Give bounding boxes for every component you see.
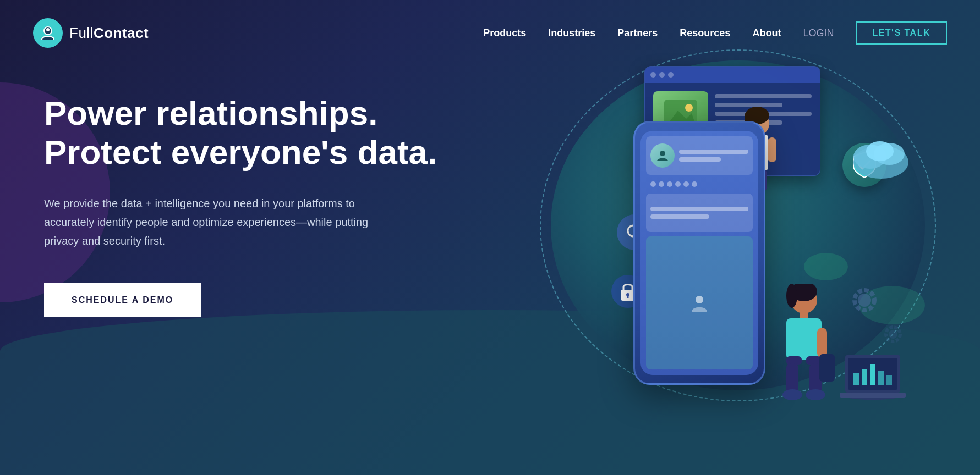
- phone-line-4: [650, 214, 709, 219]
- svg-rect-44: [862, 369, 867, 385]
- phone-line-1: [679, 150, 748, 154]
- svg-point-22: [858, 294, 871, 307]
- gear-icon-2: [878, 319, 908, 352]
- person-sitting-svg: [760, 284, 848, 405]
- hero-section: FullContact Products Industries Partners…: [0, 0, 980, 475]
- phone-mockup: [633, 121, 765, 385]
- svg-point-37: [782, 389, 802, 400]
- phone-card-1: [646, 136, 753, 175]
- phone-screen: [640, 131, 758, 375]
- phone-line-3: [650, 207, 748, 211]
- nav-login[interactable]: LOGIN: [803, 27, 834, 39]
- browser-dot-2: [659, 72, 665, 78]
- deco-ellipse-3: [804, 253, 848, 280]
- gear-svg-1: [842, 278, 886, 322]
- cloud-icon: [848, 132, 914, 181]
- hero-content: Power relationships. Protect everyone's …: [44, 93, 437, 317]
- logo-text[interactable]: FullContact: [69, 25, 149, 42]
- nav-products[interactable]: Products: [483, 27, 526, 39]
- svg-rect-39: [817, 328, 827, 358]
- hero-subtext: We provide the data + intelligence you n…: [44, 194, 374, 250]
- svg-point-27: [696, 296, 703, 303]
- logo-icon: [33, 18, 63, 48]
- schedule-demo-button[interactable]: SCHEDULE A DEMO: [44, 283, 201, 317]
- main-nav: Products Industries Partners Resources A…: [483, 21, 947, 45]
- svg-rect-46: [878, 371, 884, 385]
- phone-dot-6: [692, 181, 697, 187]
- hero-illustration: [518, 33, 958, 462]
- svg-rect-17: [627, 295, 629, 298]
- phone-dot-4: [675, 181, 681, 187]
- phone-bottom-icon: [688, 292, 710, 314]
- svg-rect-32: [786, 318, 822, 360]
- phone-dot-3: [667, 181, 672, 187]
- browser-line-1: [715, 94, 812, 98]
- phone-card-lines-2: [650, 207, 748, 219]
- lets-talk-button[interactable]: LET'S TALK: [856, 21, 947, 45]
- browser-dot-1: [650, 72, 656, 78]
- avatar-person-icon: [655, 148, 670, 163]
- svg-rect-40: [819, 354, 835, 382]
- phone-dot-5: [683, 181, 689, 187]
- svg-rect-47: [886, 375, 892, 385]
- phone-dot-2: [659, 181, 664, 187]
- nav-partners[interactable]: Partners: [617, 27, 658, 39]
- phone-card-2: [646, 194, 753, 232]
- nav-about[interactable]: About: [752, 27, 781, 39]
- svg-rect-10: [768, 137, 776, 162]
- phone-dots: [646, 179, 753, 189]
- person-sitting-illustration: [760, 284, 848, 407]
- laptop-illustration: [837, 352, 908, 407]
- svg-rect-43: [853, 373, 859, 385]
- hero-headline: Power relationships. Protect everyone's …: [44, 93, 437, 172]
- svg-point-21: [866, 141, 894, 161]
- svg-point-4: [685, 104, 693, 112]
- logo-area: FullContact: [33, 18, 149, 48]
- logo-svg: [39, 24, 57, 42]
- svg-rect-31: [800, 311, 808, 319]
- svg-point-30: [786, 284, 797, 308]
- phone-line-2: [679, 157, 721, 162]
- svg-rect-35: [786, 363, 798, 394]
- svg-point-26: [660, 151, 665, 156]
- browser-dot-3: [668, 72, 674, 78]
- svg-rect-49: [840, 393, 906, 398]
- nav-resources[interactable]: Resources: [680, 27, 730, 39]
- svg-point-38: [806, 389, 825, 400]
- gear-icon-1: [842, 278, 886, 324]
- svg-point-1: [46, 28, 50, 31]
- gear-svg-2: [878, 319, 908, 350]
- browser-top-bar: [645, 67, 820, 83]
- svg-point-24: [889, 330, 897, 339]
- laptop-svg: [837, 352, 908, 405]
- site-header: FullContact Products Industries Partners…: [0, 0, 980, 66]
- phone-avatar-1: [650, 143, 675, 168]
- cloud-shape: [848, 132, 914, 184]
- phone-bottom-card: [646, 236, 753, 369]
- nav-industries[interactable]: Industries: [548, 27, 595, 39]
- phone-card-lines-1: [679, 150, 748, 162]
- phone-dot-1: [650, 181, 656, 187]
- svg-rect-45: [870, 364, 875, 385]
